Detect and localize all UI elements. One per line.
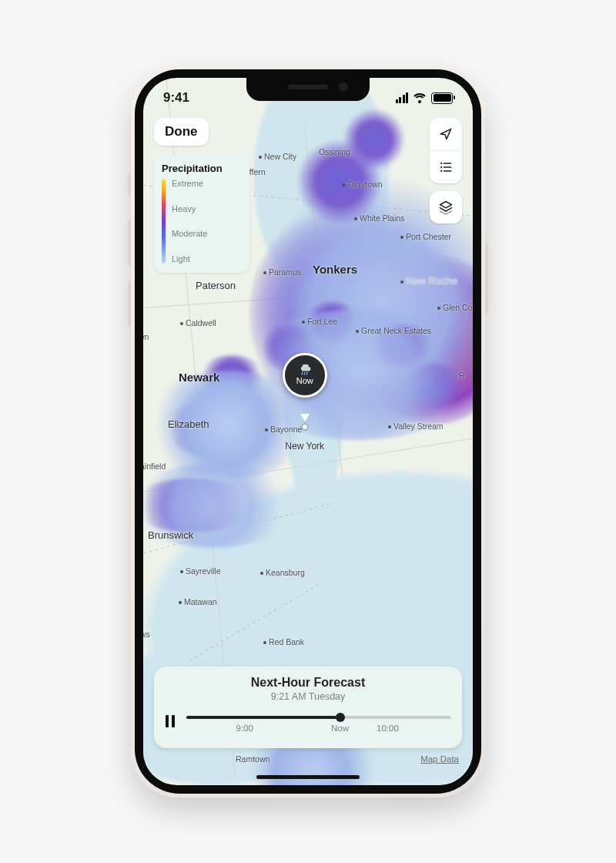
done-button[interactable]: Done — [154, 118, 209, 146]
timeline-slider[interactable]: 9:00 Now 10:00 — [186, 710, 451, 736]
location-pin[interactable]: Now — [283, 353, 327, 398]
map-label: Caldwell — [180, 318, 216, 327]
timeline-label-next: 10:00 — [377, 724, 399, 733]
map-label: Red Bank — [263, 637, 304, 646]
phone-frame: 9:41 — [131, 65, 485, 798]
pin-tail — [300, 414, 310, 421]
map-label: Port Chester — [400, 232, 451, 241]
map-label: Great Neck Estates — [356, 326, 431, 335]
mute-switch — [128, 173, 131, 196]
map-label: White Plains — [354, 213, 404, 223]
legend-level: Light — [172, 254, 207, 264]
map-data-link[interactable]: Map Data — [420, 754, 459, 764]
map-label: Elizabeth — [168, 418, 209, 430]
legend-title: Precipitation — [162, 163, 242, 174]
map-label: Sayreville — [180, 566, 221, 576]
cellular-icon — [396, 92, 409, 103]
svg-rect-16 — [166, 715, 169, 727]
list-icon — [438, 160, 454, 175]
map-label: wn — [143, 332, 149, 341]
svg-point-14 — [440, 170, 442, 172]
map-label: Matawan — [179, 597, 217, 606]
forecast-title: Next-Hour Forecast — [165, 676, 451, 690]
home-indicator[interactable] — [256, 775, 360, 779]
legend-gradient — [162, 179, 166, 264]
volume-down-button — [128, 281, 131, 327]
pin-dot — [303, 425, 307, 429]
precipitation-legend: Precipitation Extreme Heavy Moderate Lig… — [154, 155, 249, 273]
done-label: Done — [165, 124, 198, 139]
layers-icon — [438, 200, 454, 215]
legend-level: Moderate — [172, 229, 207, 238]
forecast-card: Next-Hour Forecast 9:21 AM Tuesday — [154, 667, 462, 748]
location-arrow-icon — [438, 126, 454, 142]
layers-button[interactable] — [430, 191, 462, 223]
map-label: Paramus — [263, 267, 301, 277]
map-label: Keansburg — [260, 568, 305, 577]
svg-line-7 — [302, 372, 303, 374]
wifi-icon — [413, 92, 427, 103]
phone-bezel: 9:41 — [135, 69, 481, 794]
cloud-rain-icon — [297, 364, 313, 375]
map-label: Ramtown — [236, 754, 270, 764]
timeline-label-now: Now — [331, 724, 349, 733]
svg-point-10 — [440, 163, 442, 164]
map-label: ainfield — [143, 462, 166, 471]
svg-point-12 — [440, 166, 442, 168]
forecast-subtitle: 9:21 AM Tuesday — [165, 691, 451, 702]
play-pause-button[interactable] — [165, 714, 177, 731]
legend-level: Heavy — [172, 204, 207, 213]
map-label: Fort Lee — [302, 317, 337, 326]
battery-icon — [431, 92, 453, 104]
svg-line-8 — [304, 372, 305, 374]
list-button[interactable] — [430, 150, 462, 183]
map-label: Ossining — [319, 147, 350, 156]
pin-city-label: New York — [285, 441, 324, 452]
map-label: Paterson — [196, 280, 236, 291]
map-label: Brunswick — [148, 529, 193, 541]
map-label: Glen Cov — [437, 303, 473, 312]
svg-rect-17 — [172, 715, 175, 727]
map-label: Newark — [179, 371, 219, 384]
locate-button[interactable] — [430, 118, 462, 150]
power-button — [485, 243, 488, 314]
map-label: Tarrytown — [342, 180, 383, 189]
pause-icon — [165, 714, 176, 728]
map-label: R — [459, 371, 465, 380]
volume-up-button — [128, 220, 131, 266]
map-label: New City — [259, 152, 296, 161]
map-label: Bayonne — [265, 425, 302, 434]
timeline-fill — [186, 716, 340, 719]
map-label: Yonkers — [313, 263, 357, 276]
timeline-thumb[interactable] — [336, 713, 345, 722]
pin-label: Now — [296, 376, 313, 385]
map-tools-group — [430, 118, 462, 183]
status-time: 9:41 — [163, 90, 189, 106]
svg-line-9 — [306, 372, 307, 374]
map-label: Valley Stream — [388, 421, 444, 431]
timeline-label-start: 9:00 — [236, 724, 253, 733]
legend-level: Extreme — [172, 179, 207, 188]
screen: 9:41 — [143, 78, 473, 785]
map-tools — [430, 118, 462, 223]
map-label: New Roche — [400, 275, 457, 287]
map-label: ws — [143, 630, 150, 639]
notch — [246, 78, 370, 101]
